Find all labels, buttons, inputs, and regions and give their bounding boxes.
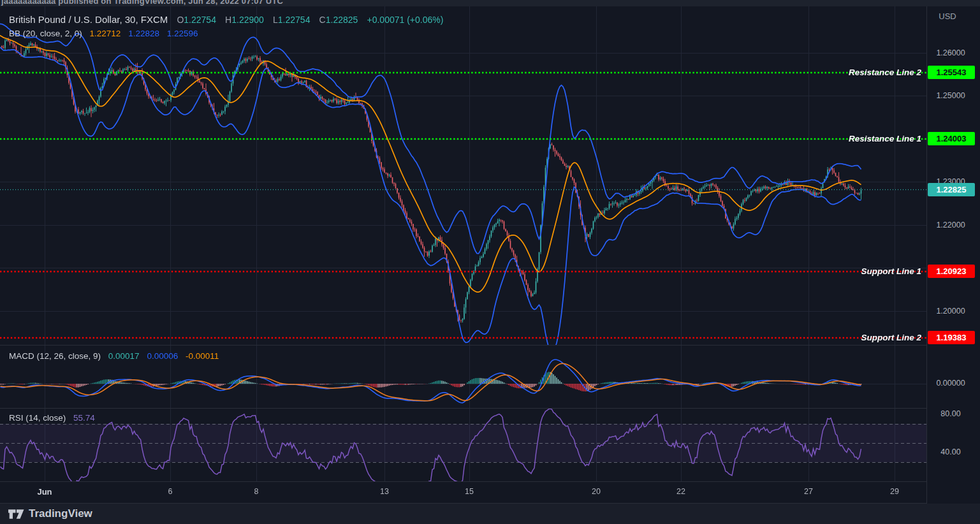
- price-tick: 1.20000: [927, 307, 974, 316]
- bottom-bar: TradingView: [0, 504, 980, 524]
- tradingview-attribution-link[interactable]: TradingView: [8, 507, 92, 520]
- price-tick: 1.22000: [927, 221, 974, 229]
- time-tick-jun: Jun: [30, 487, 59, 497]
- support-2-badge: 1.19383: [928, 331, 975, 344]
- published-watermark-text: jaaaaaaaaaaa published on TradingView.co…: [1, 0, 980, 6]
- resistance-2-badge: 1.25543: [928, 66, 975, 79]
- macd-zero-tick: 0.00000: [927, 379, 974, 388]
- time-tick: 15: [455, 487, 484, 496]
- tradingview-logo-icon: [8, 509, 24, 520]
- price-tick: 1.26000: [927, 48, 974, 57]
- price-tick: 1.25000: [927, 91, 974, 100]
- axis-currency-label: USD: [927, 11, 968, 21]
- time-tick: 20: [581, 487, 611, 496]
- support-1-badge: 1.20923: [928, 265, 975, 278]
- time-tick: 8: [242, 487, 271, 496]
- tradingview-chart-window: jaaaaaaaaaaa published on TradingView.co…: [0, 0, 980, 524]
- chart-canvas[interactable]: [0, 6, 926, 504]
- resistance-1-badge: 1.24003: [928, 132, 975, 145]
- tradingview-attribution-text: TradingView: [29, 507, 92, 520]
- time-tick: 6: [156, 487, 185, 496]
- time-tick: 27: [794, 487, 823, 496]
- price-axis[interactable]: USD 1.26000 1.25000 1.24000 1.23000 1.22…: [926, 6, 980, 504]
- published-watermark: jaaaaaaaaaaa published on TradingView.co…: [0, 0, 980, 6]
- time-tick: 22: [666, 487, 696, 496]
- last-price-badge: 1.22825: [928, 183, 975, 196]
- time-axis[interactable]: Jun 6 8 13 15 20 22 27 29: [0, 481, 926, 504]
- time-tick: 13: [370, 487, 399, 496]
- rsi-tick-40: 40.00: [927, 448, 974, 456]
- time-tick: 29: [880, 487, 909, 496]
- rsi-tick-80: 80.00: [927, 409, 974, 418]
